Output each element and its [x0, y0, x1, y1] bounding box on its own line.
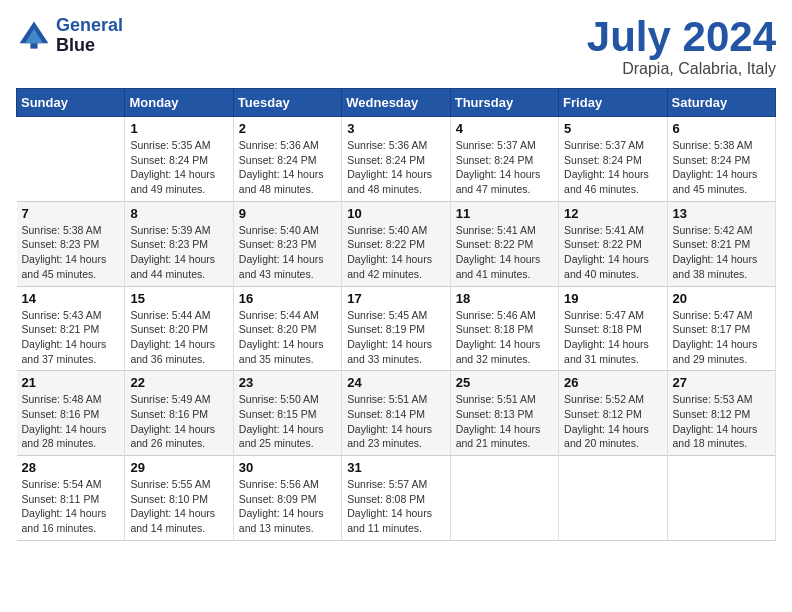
calendar-cell: 28Sunrise: 5:54 AM Sunset: 8:11 PM Dayli… — [17, 456, 125, 541]
calendar-cell — [17, 117, 125, 202]
day-number: 21 — [22, 375, 120, 390]
logo: General Blue — [16, 16, 123, 56]
day-number: 28 — [22, 460, 120, 475]
day-number: 2 — [239, 121, 336, 136]
logo-icon — [16, 18, 52, 54]
day-number: 16 — [239, 291, 336, 306]
week-row: 1Sunrise: 5:35 AM Sunset: 8:24 PM Daylig… — [17, 117, 776, 202]
day-of-week-header: Tuesday — [233, 89, 341, 117]
day-detail: Sunrise: 5:41 AM Sunset: 8:22 PM Dayligh… — [564, 223, 661, 282]
title-area: July 2024 Drapia, Calabria, Italy — [587, 16, 776, 78]
calendar-cell: 2Sunrise: 5:36 AM Sunset: 8:24 PM Daylig… — [233, 117, 341, 202]
calendar-cell: 15Sunrise: 5:44 AM Sunset: 8:20 PM Dayli… — [125, 286, 233, 371]
calendar-cell: 14Sunrise: 5:43 AM Sunset: 8:21 PM Dayli… — [17, 286, 125, 371]
day-number: 30 — [239, 460, 336, 475]
day-detail: Sunrise: 5:55 AM Sunset: 8:10 PM Dayligh… — [130, 477, 227, 536]
calendar-cell: 6Sunrise: 5:38 AM Sunset: 8:24 PM Daylig… — [667, 117, 775, 202]
calendar-cell: 17Sunrise: 5:45 AM Sunset: 8:19 PM Dayli… — [342, 286, 450, 371]
calendar-cell: 31Sunrise: 5:57 AM Sunset: 8:08 PM Dayli… — [342, 456, 450, 541]
day-of-week-header: Friday — [559, 89, 667, 117]
subtitle: Drapia, Calabria, Italy — [587, 60, 776, 78]
day-number: 3 — [347, 121, 444, 136]
day-detail: Sunrise: 5:38 AM Sunset: 8:23 PM Dayligh… — [22, 223, 120, 282]
main-title: July 2024 — [587, 16, 776, 58]
calendar-cell: 21Sunrise: 5:48 AM Sunset: 8:16 PM Dayli… — [17, 371, 125, 456]
week-row: 14Sunrise: 5:43 AM Sunset: 8:21 PM Dayli… — [17, 286, 776, 371]
calendar-cell: 13Sunrise: 5:42 AM Sunset: 8:21 PM Dayli… — [667, 201, 775, 286]
day-number: 20 — [673, 291, 770, 306]
day-detail: Sunrise: 5:44 AM Sunset: 8:20 PM Dayligh… — [239, 308, 336, 367]
day-detail: Sunrise: 5:48 AM Sunset: 8:16 PM Dayligh… — [22, 392, 120, 451]
calendar-cell — [667, 456, 775, 541]
day-detail: Sunrise: 5:37 AM Sunset: 8:24 PM Dayligh… — [456, 138, 553, 197]
day-number: 17 — [347, 291, 444, 306]
day-number: 31 — [347, 460, 444, 475]
header: General Blue July 2024 Drapia, Calabria,… — [16, 16, 776, 78]
calendar-cell — [450, 456, 558, 541]
calendar-cell: 4Sunrise: 5:37 AM Sunset: 8:24 PM Daylig… — [450, 117, 558, 202]
calendar-cell: 16Sunrise: 5:44 AM Sunset: 8:20 PM Dayli… — [233, 286, 341, 371]
day-number: 12 — [564, 206, 661, 221]
week-row: 7Sunrise: 5:38 AM Sunset: 8:23 PM Daylig… — [17, 201, 776, 286]
calendar-cell — [559, 456, 667, 541]
calendar-cell: 5Sunrise: 5:37 AM Sunset: 8:24 PM Daylig… — [559, 117, 667, 202]
day-of-week-header: Sunday — [17, 89, 125, 117]
day-detail: Sunrise: 5:38 AM Sunset: 8:24 PM Dayligh… — [673, 138, 770, 197]
svg-rect-2 — [30, 43, 37, 48]
day-detail: Sunrise: 5:36 AM Sunset: 8:24 PM Dayligh… — [239, 138, 336, 197]
day-number: 6 — [673, 121, 770, 136]
day-detail: Sunrise: 5:44 AM Sunset: 8:20 PM Dayligh… — [130, 308, 227, 367]
day-number: 26 — [564, 375, 661, 390]
day-detail: Sunrise: 5:39 AM Sunset: 8:23 PM Dayligh… — [130, 223, 227, 282]
calendar-cell: 7Sunrise: 5:38 AM Sunset: 8:23 PM Daylig… — [17, 201, 125, 286]
day-number: 4 — [456, 121, 553, 136]
day-number: 19 — [564, 291, 661, 306]
day-detail: Sunrise: 5:40 AM Sunset: 8:22 PM Dayligh… — [347, 223, 444, 282]
day-of-week-header: Thursday — [450, 89, 558, 117]
calendar-cell: 11Sunrise: 5:41 AM Sunset: 8:22 PM Dayli… — [450, 201, 558, 286]
day-number: 9 — [239, 206, 336, 221]
day-number: 5 — [564, 121, 661, 136]
calendar-cell: 20Sunrise: 5:47 AM Sunset: 8:17 PM Dayli… — [667, 286, 775, 371]
day-detail: Sunrise: 5:52 AM Sunset: 8:12 PM Dayligh… — [564, 392, 661, 451]
day-detail: Sunrise: 5:50 AM Sunset: 8:15 PM Dayligh… — [239, 392, 336, 451]
calendar-cell: 30Sunrise: 5:56 AM Sunset: 8:09 PM Dayli… — [233, 456, 341, 541]
calendar-cell: 18Sunrise: 5:46 AM Sunset: 8:18 PM Dayli… — [450, 286, 558, 371]
day-detail: Sunrise: 5:51 AM Sunset: 8:14 PM Dayligh… — [347, 392, 444, 451]
calendar-cell: 22Sunrise: 5:49 AM Sunset: 8:16 PM Dayli… — [125, 371, 233, 456]
day-number: 14 — [22, 291, 120, 306]
day-detail: Sunrise: 5:43 AM Sunset: 8:21 PM Dayligh… — [22, 308, 120, 367]
day-detail: Sunrise: 5:40 AM Sunset: 8:23 PM Dayligh… — [239, 223, 336, 282]
calendar-cell: 27Sunrise: 5:53 AM Sunset: 8:12 PM Dayli… — [667, 371, 775, 456]
day-number: 18 — [456, 291, 553, 306]
day-detail: Sunrise: 5:49 AM Sunset: 8:16 PM Dayligh… — [130, 392, 227, 451]
calendar-cell: 29Sunrise: 5:55 AM Sunset: 8:10 PM Dayli… — [125, 456, 233, 541]
day-number: 25 — [456, 375, 553, 390]
day-of-week-header: Saturday — [667, 89, 775, 117]
day-number: 27 — [673, 375, 770, 390]
day-number: 24 — [347, 375, 444, 390]
day-detail: Sunrise: 5:36 AM Sunset: 8:24 PM Dayligh… — [347, 138, 444, 197]
day-number: 29 — [130, 460, 227, 475]
day-detail: Sunrise: 5:56 AM Sunset: 8:09 PM Dayligh… — [239, 477, 336, 536]
calendar-cell: 23Sunrise: 5:50 AM Sunset: 8:15 PM Dayli… — [233, 371, 341, 456]
calendar-cell: 9Sunrise: 5:40 AM Sunset: 8:23 PM Daylig… — [233, 201, 341, 286]
calendar-cell: 25Sunrise: 5:51 AM Sunset: 8:13 PM Dayli… — [450, 371, 558, 456]
calendar-cell: 19Sunrise: 5:47 AM Sunset: 8:18 PM Dayli… — [559, 286, 667, 371]
week-row: 28Sunrise: 5:54 AM Sunset: 8:11 PM Dayli… — [17, 456, 776, 541]
day-detail: Sunrise: 5:37 AM Sunset: 8:24 PM Dayligh… — [564, 138, 661, 197]
day-number: 15 — [130, 291, 227, 306]
day-of-week-header: Wednesday — [342, 89, 450, 117]
day-number: 22 — [130, 375, 227, 390]
day-detail: Sunrise: 5:41 AM Sunset: 8:22 PM Dayligh… — [456, 223, 553, 282]
week-row: 21Sunrise: 5:48 AM Sunset: 8:16 PM Dayli… — [17, 371, 776, 456]
day-detail: Sunrise: 5:57 AM Sunset: 8:08 PM Dayligh… — [347, 477, 444, 536]
day-detail: Sunrise: 5:35 AM Sunset: 8:24 PM Dayligh… — [130, 138, 227, 197]
days-of-week-row: SundayMondayTuesdayWednesdayThursdayFrid… — [17, 89, 776, 117]
day-number: 13 — [673, 206, 770, 221]
day-number: 11 — [456, 206, 553, 221]
day-detail: Sunrise: 5:51 AM Sunset: 8:13 PM Dayligh… — [456, 392, 553, 451]
calendar-cell: 26Sunrise: 5:52 AM Sunset: 8:12 PM Dayli… — [559, 371, 667, 456]
calendar-cell: 8Sunrise: 5:39 AM Sunset: 8:23 PM Daylig… — [125, 201, 233, 286]
day-number: 1 — [130, 121, 227, 136]
